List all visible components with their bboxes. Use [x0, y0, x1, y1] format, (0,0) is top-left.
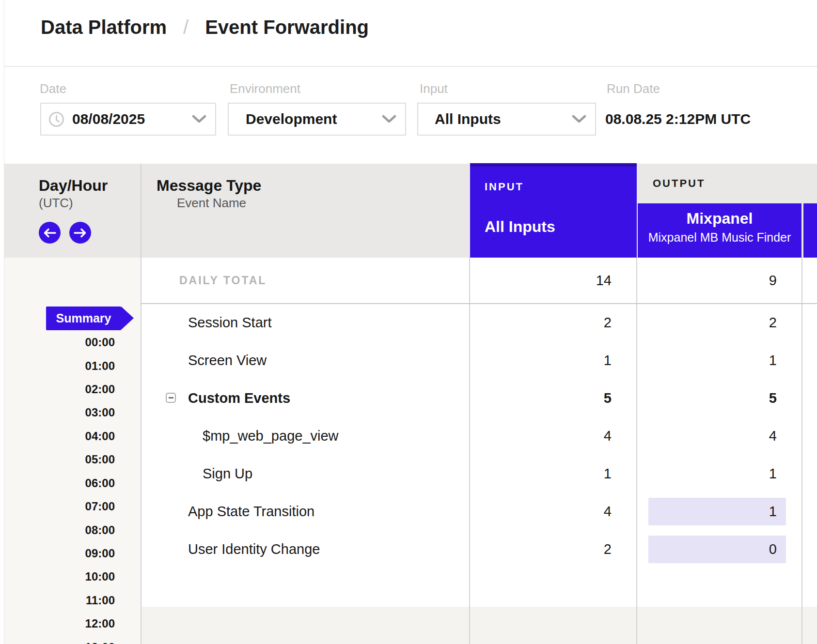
- column-border: [469, 258, 470, 644]
- hour-item[interactable]: 09:00: [4, 542, 115, 565]
- daily-total-divider: [141, 303, 817, 304]
- hour-item[interactable]: 08:00: [4, 519, 115, 542]
- date-select[interactable]: 08/08/2025: [40, 103, 216, 136]
- row-label: User Identity Change: [188, 541, 320, 557]
- breadcrumb: Data Platform / Event Forwarding: [41, 16, 369, 38]
- message-type-subtitle: Event Name: [177, 196, 246, 211]
- page-title: Event Forwarding: [205, 16, 369, 38]
- chevron-down-icon: [572, 115, 586, 123]
- date-value: 08/08/2025: [72, 111, 145, 127]
- hour-item[interactable]: 03:00: [4, 401, 115, 424]
- hour-item[interactable]: 00:00: [4, 331, 115, 354]
- clock-icon: [48, 111, 64, 127]
- row-label: App State Transition: [188, 504, 314, 519]
- table-header: Day/Hour (UTC) Message Type Event Name I…: [4, 164, 817, 258]
- output-group-label: OUTPUT: [653, 177, 705, 190]
- hour-item[interactable]: 01:00: [4, 354, 115, 378]
- hour-item[interactable]: 05:00: [4, 448, 115, 471]
- run-date-value: 08.08.25 2:12PM UTC: [605, 109, 751, 129]
- chevron-down-icon: [192, 115, 206, 123]
- row-label: Custom Events: [188, 390, 290, 406]
- row-output-value: 5: [637, 379, 801, 417]
- row-output-value: 2: [637, 304, 801, 341]
- table-row: User Identity Change 2 0: [141, 530, 817, 568]
- row-input-value: 4: [470, 417, 637, 455]
- hour-item[interactable]: 13:00: [4, 636, 115, 644]
- row-output-value: 0: [637, 530, 801, 568]
- column-border: [801, 258, 802, 644]
- previous-day-button[interactable]: [39, 222, 61, 244]
- table-row-child: $mp_web_page_view 4 4: [141, 417, 817, 455]
- row-label: Session Start: [188, 315, 271, 330]
- column-header-day-hour: Day/Hour: [39, 177, 108, 195]
- daily-total-output-value: 9: [637, 258, 801, 304]
- row-input-value: 4: [470, 492, 637, 530]
- daily-total-label: DAILY TOTAL: [141, 258, 470, 304]
- daily-total-input-value: 14: [470, 258, 637, 304]
- row-output-value: 4: [637, 417, 801, 455]
- input-select[interactable]: All Inputs: [417, 103, 596, 136]
- hour-item[interactable]: 04:00: [4, 425, 115, 448]
- row-label: $mp_web_page_view: [203, 428, 339, 444]
- chevron-down-icon: [382, 115, 396, 123]
- input-column-name: All Inputs: [485, 218, 555, 236]
- next-day-button[interactable]: [69, 222, 91, 244]
- table-row-expandable: Custom Events 5 5: [141, 379, 817, 417]
- row-input-value: 1: [470, 455, 637, 492]
- row-output-value: 1: [637, 492, 801, 530]
- row-output-value: 1: [637, 341, 801, 379]
- table-row: App State Transition 4 1: [141, 492, 817, 530]
- row-label: Sign Up: [203, 466, 252, 481]
- input-group-label: INPUT: [485, 181, 524, 193]
- output-column-subtitle: Mixpanel MB Music Finder: [638, 230, 801, 245]
- row-input-value: 2: [470, 304, 637, 341]
- hour-item[interactable]: 06:00: [4, 472, 115, 495]
- highlighted-cell: [648, 498, 786, 525]
- column-header-message-type: Message Type: [157, 177, 261, 195]
- day-hour-subtitle: (UTC): [39, 196, 73, 211]
- row-input-value: 5: [470, 379, 637, 417]
- table-footer-band: [141, 607, 817, 644]
- highlighted-cell: [648, 536, 786, 563]
- row-label: Screen View: [188, 353, 267, 368]
- environment-value: Development: [246, 111, 337, 127]
- input-label: Input: [420, 81, 448, 96]
- column-border: [636, 258, 637, 644]
- run-date-label: Run Date: [607, 81, 660, 96]
- table-row: Session Start 2 2: [141, 304, 817, 341]
- table-row: Screen View 1 1: [141, 341, 817, 379]
- daily-total-row: DAILY TOTAL 14 9: [141, 258, 817, 304]
- row-input-value: 2: [470, 530, 637, 568]
- date-label: Date: [40, 81, 66, 96]
- input-value: All Inputs: [435, 111, 501, 127]
- hour-item[interactable]: 12:00: [4, 612, 115, 635]
- output-column-header: Mixpanel Mixpanel MB Music Finder: [638, 203, 801, 258]
- column-border: [141, 164, 141, 644]
- environment-label: Environment: [230, 81, 300, 96]
- row-output-value: 1: [637, 455, 801, 492]
- hour-item[interactable]: 07:00: [4, 495, 115, 518]
- environment-select[interactable]: Development: [228, 103, 406, 136]
- event-forwarding-page: Data Platform / Event Forwarding Date En…: [0, 0, 817, 644]
- event-rows: Session Start 2 2 Screen View 1 1 Custom…: [141, 304, 817, 568]
- header-divider: [4, 66, 817, 67]
- output-column-name: Mixpanel: [638, 210, 801, 228]
- hour-item[interactable]: 10:00: [4, 565, 115, 588]
- hour-item[interactable]: 02:00: [4, 378, 115, 401]
- breadcrumb-separator: /: [183, 16, 189, 38]
- arrow-right-icon: [74, 228, 87, 238]
- table-row-child: Sign Up 1 1: [141, 455, 817, 492]
- summary-badge[interactable]: Summary: [46, 307, 121, 330]
- row-input-value: 1: [470, 341, 637, 379]
- arrow-left-icon: [43, 228, 56, 238]
- input-column-header: INPUT All Inputs: [470, 163, 637, 258]
- output-column-partial: [803, 203, 817, 258]
- breadcrumb-section[interactable]: Data Platform: [41, 16, 167, 38]
- hour-item[interactable]: 11:00: [4, 589, 115, 612]
